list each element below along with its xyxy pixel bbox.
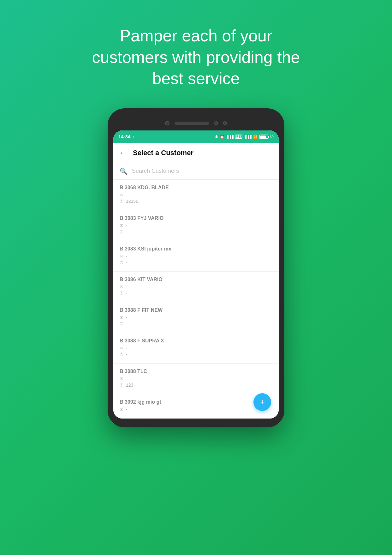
customer-phone: - [126,352,128,357]
phone-dot-2 [223,121,227,125]
email-icon: ✉ [120,223,123,228]
email-icon: ✉ [120,407,123,412]
customer-email-row: ✉- [120,315,272,320]
battery-label: 60 [270,135,274,139]
search-icon: 🔍 [120,167,128,175]
phone-speaker [175,122,209,125]
back-button[interactable]: ← [120,149,127,157]
email-icon: ✉ [120,376,123,381]
battery-icon [259,135,268,139]
customer-name: B 3092 kjg mio gt [120,399,272,405]
customer-phone-row: ✆- [120,260,272,265]
email-icon: ✉ [120,254,123,259]
customer-name: B 3083 FYJ VARIO [120,215,272,221]
customer-email: - [126,254,128,259]
customer-name: B 3068 KDG. BLADE [120,185,272,190]
signal-icon-2: ▐▐▐ [244,135,251,139]
email-icon: ✉ [120,192,123,197]
list-item[interactable]: B 3092 kjg mio gt✉- [113,394,279,419]
phone-icon: ✆ [120,260,123,265]
signal-icon-1: ▐▐▐ [226,135,233,139]
customer-phone: 123 [126,383,133,388]
email-icon: ✉ [120,346,123,351]
tagline-text: Pamper each of your customers with provi… [86,25,306,89]
customer-name: B 3088 F FIT NEW [120,307,272,313]
customer-phone-row: ✆123 [120,383,272,388]
status-time-group: 14:34 ↑ [118,134,134,139]
bluetooth-icon: ✱ [215,135,218,139]
add-customer-button[interactable]: + [253,393,271,411]
customer-email-row: ✉- [120,407,272,412]
email-icon: ✉ [120,315,123,320]
battery-fill [260,136,266,138]
search-bar[interactable]: 🔍 Search Customers [113,163,279,180]
phone-camera [165,121,169,125]
status-icons: ✱ ⏰ ▐▐▐ LTE ▐▐▐ 📶 60 [215,135,274,139]
phone-icon: ✆ [120,383,123,388]
customer-email-row: ✉- [120,376,272,381]
customer-list: B 3068 KDG. BLADE✉-✆12356B 3083 FYJ VARI… [113,180,279,419]
customer-email-row: ✉- [120,254,272,259]
customer-email: - [126,192,128,197]
phone-icon: ✆ [120,321,123,326]
email-icon: ✉ [120,284,123,289]
customer-email-row: ✉- [120,346,272,351]
customer-name: B 3086 KIT VARIO [120,277,272,282]
list-item[interactable]: B 3083 KSI jupiter mx✉-✆- [113,241,279,272]
list-item[interactable]: B 3083 FYJ VARIO✉-✆- [113,210,279,241]
phone-icon: ✆ [120,199,123,204]
search-input[interactable]: Search Customers [132,168,179,174]
customer-email: - [126,315,128,320]
customer-name: B 3088 F SUPRA X [120,338,272,344]
phone-icon: ✆ [120,229,123,234]
status-time: 14:34 [118,134,130,139]
customer-email-row: ✉- [120,284,272,289]
customer-phone-row: ✆12356 [120,199,272,204]
list-item[interactable]: B 3086 KIT VARIO✉-✆- [113,272,279,302]
customer-phone-row: ✆- [120,321,272,326]
customer-email: - [126,223,128,228]
phone-icon: ✆ [120,352,123,357]
upload-icon: ↑ [132,134,134,139]
list-item[interactable]: B 3088 F FIT NEW✉-✆- [113,302,279,333]
list-item[interactable]: B 3068 KDG. BLADE✉-✆12356 [113,180,279,210]
wifi-icon: 📶 [253,135,258,139]
customer-email-row: ✉- [120,223,272,228]
phone-screen: 14:34 ↑ ✱ ⏰ ▐▐▐ LTE ▐▐▐ 📶 60 ← Select a … [113,130,279,419]
customer-email: - [126,346,128,351]
customer-phone: 12356 [126,199,138,204]
customer-phone-row: ✆- [120,352,272,357]
status-bar: 14:34 ↑ ✱ ⏰ ▐▐▐ LTE ▐▐▐ 📶 60 [113,130,279,143]
phone-dot-1 [214,121,218,125]
customer-email-row: ✉- [120,192,272,197]
lte-icon: LTE [235,135,243,139]
page-title: Select a Customer [133,149,193,157]
customer-name: B 3088 TLC [120,369,272,374]
alarm-icon: ⏰ [220,135,224,139]
customer-phone-row: ✆- [120,291,272,296]
customer-email: - [126,376,128,381]
app-header: ← Select a Customer [113,143,279,163]
customer-phone: - [126,291,128,296]
list-item[interactable]: B 3088 TLC✉-✆123 [113,364,279,394]
phone-icon: ✆ [120,291,123,296]
customer-phone-row: ✆- [120,229,272,234]
phone-shell: 14:34 ↑ ✱ ⏰ ▐▐▐ LTE ▐▐▐ 📶 60 ← Select a … [108,108,284,427]
list-item[interactable]: B 3088 F SUPRA X✉-✆- [113,333,279,364]
customer-phone: - [126,260,128,265]
customer-email: - [126,284,128,289]
customer-name: B 3083 KSI jupiter mx [120,246,272,252]
phone-top-bar [113,117,279,130]
customer-phone: - [126,229,128,234]
customer-phone: - [126,321,128,326]
customer-email: - [126,407,128,412]
